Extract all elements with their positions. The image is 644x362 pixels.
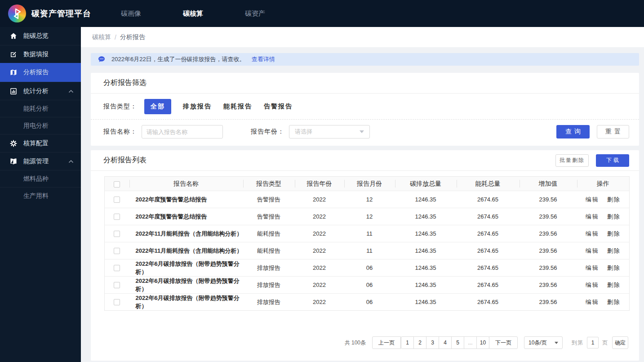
sidebar-item-book[interactable]: 能源管理 [0,152,81,170]
top-nav-item-0[interactable]: 碳画像 [121,9,141,18]
report-icon [10,69,17,76]
next-page-button[interactable]: 下一页 [489,336,518,349]
page-size-select[interactable]: 10条/页 [524,336,563,349]
row-actions-cell: 编辑删除 [577,208,630,225]
edit-link[interactable]: 编辑 [586,299,599,305]
report-year-cell: 2022 [295,225,344,242]
page-button[interactable]: 2 [413,336,426,349]
report-month-cell: 11 [344,242,395,259]
row-checkbox[interactable] [114,214,120,220]
page-size-value: 10条/页 [529,339,547,347]
notification-bar: 2022年6月22日，生成了一份碳排放报告，请查收。 查看详情 [91,53,639,66]
report-name-input[interactable] [142,125,223,139]
reset-button[interactable]: 重置 [597,125,629,139]
topbar: 碳资产管理平台 碳画像碳核算碳资产 [0,0,644,27]
delete-link[interactable]: 删除 [607,213,621,220]
edit-link[interactable]: 编辑 [586,196,599,203]
sidebar-item-chart[interactable]: 统计分析 [0,82,81,100]
page-button[interactable]: 3 [426,336,439,349]
table-row: 2022年11月能耗报告（含用能结构分析）能耗报告2022111246.3526… [105,242,630,259]
delete-link[interactable]: 删除 [607,282,621,288]
delete-link[interactable]: 删除 [607,299,621,305]
report-year-cell: 2022 [295,191,344,208]
report-type-tab[interactable]: 排放报告 [183,103,212,111]
top-nav-item-1[interactable]: 碳核算 [183,9,203,18]
row-actions-cell: 编辑删除 [577,242,630,259]
report-year-select[interactable]: 请选择 [289,125,370,139]
report-month-cell: 06 [344,259,395,277]
goto-confirm-button[interactable]: 确定 [612,336,628,349]
row-checkbox[interactable] [114,282,120,288]
goto-page-input[interactable] [587,337,599,349]
sidebar-item-edit[interactable]: 数据填报 [0,45,81,63]
table-row: 2022年度预警告警总结报告告警报告2022121246.352674.6523… [105,208,630,225]
delete-link[interactable]: 删除 [607,196,621,203]
report-type-tab[interactable]: 告警报告 [264,103,293,111]
sidebar-subitem[interactable]: 能耗分析 [0,100,81,117]
batch-delete-button[interactable]: 批量删除 [555,154,589,167]
list-card-buttons: 批量删除 下载 [555,154,629,167]
row-checkbox[interactable] [114,265,120,271]
report-name-cell: 2022年11月能耗报告（含用能结构分析） [129,225,243,242]
page-button[interactable]: 10 [476,336,489,349]
added-value-cell: 239.56 [520,242,577,259]
delete-link[interactable]: 删除 [607,264,621,271]
select-all-checkbox[interactable] [114,181,120,188]
edit-link[interactable]: 编辑 [586,282,599,288]
carbon-total-cell: 1246.35 [395,277,457,294]
sidebar-item-gear[interactable]: 核算配置 [0,134,81,152]
page-button[interactable]: 1 [401,336,414,349]
sidebar-item-home[interactable]: 能碳总览 [0,27,81,45]
total-count: 共 100条 [345,339,366,347]
row-checkbox[interactable] [114,197,120,203]
search-button[interactable]: 查询 [556,125,590,139]
report-name-cell: 2022年6月碳排放报告（附带趋势预警分析） [129,259,243,277]
list-card-title: 分析报告列表 [103,156,147,165]
report-name-cell: 2022年6月碳排放报告（附带趋势预警分析） [129,277,243,294]
row-actions-cell: 编辑删除 [577,191,630,208]
row-checkbox[interactable] [114,248,120,254]
report-type-tab[interactable]: 全部 [144,99,171,114]
report-type-cell: 告警报告 [243,191,295,208]
report-type-tab[interactable]: 能耗报告 [223,103,252,111]
sidebar-subitem[interactable]: 燃料品种 [0,170,81,187]
row-select-cell [105,294,129,311]
edit-link[interactable]: 编辑 [586,264,599,271]
energy-total-cell: 2674.65 [457,277,520,294]
delete-link[interactable]: 删除 [607,230,621,237]
delete-link[interactable]: 删除 [607,247,621,254]
page-button[interactable]: 5 [451,336,464,349]
table-row: 2022年6月碳排放报告（附带趋势预警分析）排放报告2022061246.352… [105,277,630,294]
report-year-placeholder: 请选择 [295,128,312,136]
top-nav-item-2[interactable]: 碳资产 [245,9,265,18]
energy-total-cell: 2674.65 [457,294,520,311]
carbon-total-cell: 1246.35 [395,191,457,208]
prev-page-button[interactable]: 上一页 [372,336,401,349]
report-year-cell: 2022 [295,277,344,294]
breadcrumb-parent[interactable]: 碳核算 [92,33,111,41]
sidebar-item-label: 分析报告 [23,68,49,76]
page-button[interactable]: 4 [439,336,452,349]
view-details-link[interactable]: 查看详情 [252,55,275,63]
sidebar-subitem[interactable]: 用电分析 [0,117,81,134]
column-header: 碳排放总量 [395,177,457,191]
edit-link[interactable]: 编辑 [586,247,599,254]
row-select-cell [105,208,129,225]
carbon-total-cell: 1246.35 [395,259,457,277]
filter-fields-row: 报告名称： 报告年份： 请选择 查询 重置 [91,120,639,146]
edit-link[interactable]: 编辑 [586,230,599,237]
row-checkbox[interactable] [114,231,120,237]
sidebar-item-label: 能碳总览 [23,32,49,40]
report-name-cell: 2022年6月碳排放报告（附带趋势预警分析） [129,294,243,311]
chevron-down-icon [555,342,558,344]
sidebar-subitem[interactable]: 生产用料 [0,187,81,204]
page-ellipsis-button[interactable]: ... [464,336,477,349]
report-type-cell: 告警报告 [243,208,295,225]
chevron-up-icon [68,160,74,163]
report-month-cell: 11 [344,225,395,242]
download-button[interactable]: 下载 [596,154,629,167]
row-checkbox[interactable] [114,299,120,305]
report-month-cell: 12 [344,191,395,208]
sidebar-item-report[interactable]: 分析报告 [0,63,81,82]
edit-link[interactable]: 编辑 [586,213,599,220]
